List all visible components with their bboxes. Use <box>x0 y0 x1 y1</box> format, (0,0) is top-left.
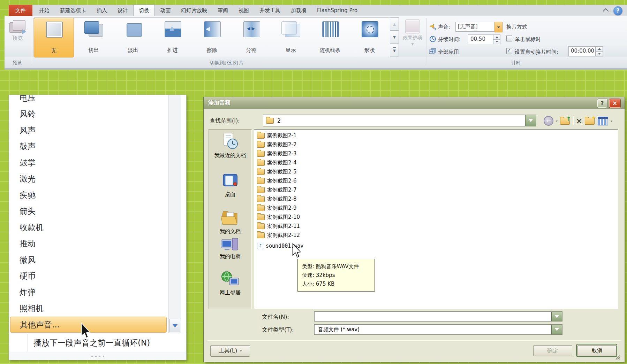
sound-menu-item[interactable]: 微风 <box>10 252 168 268</box>
back-dropdown-icon[interactable]: ▾ <box>556 119 558 123</box>
spin-down-icon[interactable] <box>493 39 500 45</box>
gallery-more-icon[interactable]: ▼ <box>390 44 399 56</box>
scroll-down-icon[interactable] <box>169 319 180 332</box>
sound-menu-item[interactable]: 风声 <box>10 122 168 138</box>
transition-fade[interactable]: 淡出 <box>113 18 153 57</box>
auto-advance-checkbox[interactable] <box>506 48 512 54</box>
sound-menu-item[interactable]: 硬币 <box>10 268 168 284</box>
sound-menu-item[interactable]: 炸弹 <box>10 284 168 300</box>
folder-row[interactable]: 案例截图2-6 <box>257 177 297 185</box>
new-folder-icon[interactable] <box>585 117 595 125</box>
folder-row[interactable]: 案例截图2-2 <box>257 140 297 149</box>
transition-shape[interactable]: 形状 <box>350 18 389 57</box>
auto-advance-spinner[interactable] <box>596 46 603 56</box>
place-my-computer[interactable]: 我的电脑 <box>209 237 251 260</box>
duration-input[interactable]: 00.50 <box>468 34 493 44</box>
sound-menu-item-other-sound[interactable]: 其他声音... <box>10 317 167 333</box>
spin-down-icon[interactable] <box>596 51 603 56</box>
sound-select[interactable]: [无声音] <box>455 22 495 32</box>
file-name-input[interactable] <box>314 311 562 322</box>
spin-up-icon[interactable] <box>596 46 603 51</box>
tab-addins[interactable]: 加载项 <box>286 5 312 16</box>
transition-random-bars[interactable]: 随机线条 <box>310 18 350 57</box>
folder-row[interactable]: 案例截图2-8 <box>257 195 297 203</box>
tab-transitions[interactable]: 切换 <box>133 5 155 16</box>
tab-view[interactable]: 视图 <box>233 5 254 16</box>
sound-menu-item[interactable]: 推动 <box>10 235 168 251</box>
sound-menu-item[interactable]: 鼓声 <box>10 138 168 154</box>
gallery-scroll-up-icon[interactable]: ▲ <box>390 17 399 31</box>
folder-row[interactable]: 案例截图2-10 <box>257 213 300 221</box>
sound-menu-item[interactable]: 激光 <box>10 171 168 187</box>
folder-row[interactable]: 案例截图2-5 <box>257 168 297 176</box>
dialog-titlebar[interactable]: 添加音频 <box>204 97 625 109</box>
look-in-select[interactable]: 2 <box>263 115 536 126</box>
sound-menu-item[interactable]: 照相机 <box>10 300 168 316</box>
sound-menu-item[interactable]: 鼓掌 <box>10 155 168 171</box>
collapse-ribbon-icon[interactable] <box>602 8 610 14</box>
place-network[interactable]: 网上邻居 <box>209 270 251 296</box>
up-one-level-icon[interactable]: ↑ <box>560 117 571 125</box>
effect-options-button[interactable]: 效果选项 ▼ <box>400 17 425 58</box>
cancel-button[interactable]: 取消 <box>577 345 617 356</box>
folder-row[interactable]: 案例截图2-12 <box>257 231 300 239</box>
transition-none[interactable]: 无 <box>34 18 74 57</box>
ok-button[interactable]: 确定 <box>533 345 572 356</box>
dialog-help-button[interactable]: ? <box>597 99 607 108</box>
folder-row[interactable]: 案例截图2-4 <box>257 158 297 167</box>
sound-menu-item[interactable]: 电压 <box>10 95 168 106</box>
sound-menu-item[interactable]: 风铃 <box>10 106 168 122</box>
tab-developer[interactable]: 开发工具 <box>254 5 286 16</box>
tab-file[interactable]: 文件 <box>9 5 32 16</box>
views-dropdown-icon[interactable]: ▾ <box>611 119 612 123</box>
place-desktop[interactable]: 桌面 <box>209 172 251 198</box>
sound-menu-item[interactable]: 收款机 <box>10 219 168 235</box>
tab-insert[interactable]: 插入 <box>91 5 112 16</box>
transition-wipe[interactable]: ◀ 擦除 <box>192 18 232 57</box>
sound-menu-item[interactable]: 箭头 <box>10 203 168 219</box>
loop-until-next-sound-item[interactable]: 播放下一段声音之前一直循环(N) <box>33 334 150 351</box>
help-icon[interactable]: ? <box>613 6 622 15</box>
tooltip-size: 大小: 675 KB <box>302 280 370 288</box>
folder-icon <box>257 196 265 202</box>
file-type-dropdown-icon[interactable] <box>551 325 562 334</box>
transition-split[interactable]: ◀▶ 分割 <box>232 18 271 57</box>
tab-review[interactable]: 审阅 <box>212 5 233 16</box>
preview-button[interactable]: 预览 <box>6 17 29 56</box>
delete-icon[interactable]: × <box>576 117 582 125</box>
audio-file-row[interactable]: ♪ sound001.wav <box>257 242 303 250</box>
duration-spinner[interactable] <box>493 34 500 44</box>
dialog-close-button[interactable]: × <box>609 99 621 108</box>
sound-menu-scrollbar[interactable] <box>168 95 181 333</box>
file-type-select[interactable]: 音频文件 (*.wav) <box>314 324 562 335</box>
tab-flashspring-pro[interactable]: FlashSpring Pro <box>312 5 363 16</box>
gallery-scroll-down-icon[interactable]: ▼ <box>390 31 399 44</box>
place-my-documents[interactable]: 我的文档 <box>209 210 251 235</box>
views-icon[interactable] <box>598 117 608 125</box>
transition-push[interactable]: ▲ 推进 <box>153 18 192 57</box>
folder-row[interactable]: 案例截图2-1 <box>257 131 297 140</box>
tab-design[interactable]: 设计 <box>112 5 133 16</box>
folder-row[interactable]: 案例截图2-3 <box>257 149 297 158</box>
tab-animations[interactable]: 动画 <box>155 5 176 16</box>
transition-cut[interactable]: 切出 <box>74 18 113 57</box>
folder-row[interactable]: 案例截图2-7 <box>257 186 297 194</box>
on-mouse-click-checkbox[interactable] <box>506 36 512 41</box>
back-icon[interactable]: ← <box>544 116 553 126</box>
transition-reveal[interactable]: 显示 <box>271 18 310 57</box>
sound-dropdown-icon[interactable] <box>494 22 503 32</box>
spin-up-icon[interactable] <box>493 34 500 39</box>
resize-grip[interactable] <box>614 354 620 360</box>
folder-row[interactable]: 案例截图2-9 <box>257 204 297 212</box>
place-recent-documents[interactable]: 我最近的文档 <box>209 132 251 159</box>
folder-row[interactable]: 案例截图2-11 <box>257 222 300 230</box>
auto-advance-time-input[interactable]: 00:00.00 <box>568 46 596 56</box>
menu-resize-grip[interactable] <box>9 352 186 360</box>
tab-slideshow[interactable]: 幻灯片放映 <box>176 5 212 16</box>
look-in-dropdown-icon[interactable] <box>525 115 536 126</box>
tab-home[interactable]: 开始 <box>34 5 55 16</box>
sound-menu-item[interactable]: 疾驰 <box>10 187 168 203</box>
tab-new-tab[interactable]: 新建选项卡 <box>55 5 91 16</box>
file-name-dropdown-icon[interactable] <box>551 312 562 321</box>
tools-button[interactable]: 工具(L) ▾ <box>210 345 250 357</box>
